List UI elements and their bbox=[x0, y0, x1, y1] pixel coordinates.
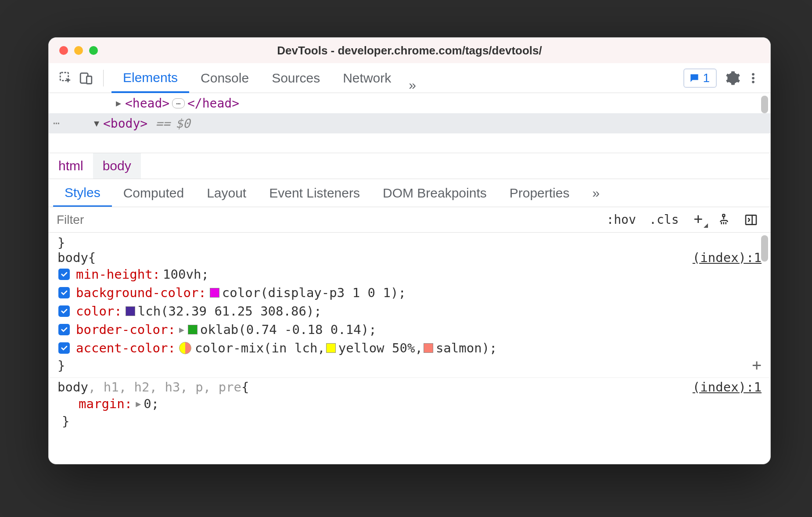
subtab-dom-breakpoints[interactable]: DOM Breakpoints bbox=[371, 179, 498, 207]
tab-sources[interactable]: Sources bbox=[260, 63, 331, 93]
style-rule-body-etc[interactable]: body, h1, h2, h3, p, pre { (index):1 mar… bbox=[49, 378, 770, 433]
dom-eq-label: == bbox=[155, 116, 170, 131]
dom-body-row[interactable]: ⋯ ▼ <body> == $0 bbox=[49, 113, 770, 133]
dom-tree[interactable]: ▶ <head> ⋯ </head> ⋯ ▼ <body> == $0 bbox=[49, 93, 770, 153]
subtab-computed[interactable]: Computed bbox=[112, 179, 195, 207]
color-swatch[interactable] bbox=[210, 288, 219, 298]
tab-network[interactable]: Network bbox=[331, 63, 402, 93]
expand-triangle-icon[interactable]: ▶ bbox=[136, 399, 141, 409]
dom-tag-head-close: </head> bbox=[187, 96, 239, 111]
styles-scrollbar-thumb[interactable] bbox=[761, 235, 768, 262]
svg-point-4 bbox=[752, 77, 755, 79]
toggle-cls-button[interactable]: .cls bbox=[645, 211, 683, 229]
open-brace: { bbox=[241, 380, 249, 395]
close-brace: } bbox=[57, 357, 762, 374]
svg-point-3 bbox=[752, 73, 755, 75]
property-checkbox[interactable] bbox=[58, 324, 70, 335]
device-toolbar-icon[interactable] bbox=[77, 69, 95, 87]
dom-dollar-zero: $0 bbox=[176, 116, 190, 131]
styles-filter-input[interactable] bbox=[54, 210, 598, 230]
rule-selector[interactable]: body bbox=[57, 250, 88, 265]
new-style-rule-button[interactable]: + bbox=[688, 211, 709, 229]
settings-icon[interactable] bbox=[724, 69, 742, 87]
plus-icon: + bbox=[694, 210, 703, 227]
color-swatch[interactable] bbox=[126, 306, 135, 316]
tab-elements[interactable]: Elements bbox=[111, 64, 189, 93]
minimize-window-button[interactable] bbox=[74, 46, 83, 55]
prop-margin[interactable]: margin: ▶ 0; bbox=[57, 395, 762, 413]
color-swatch[interactable] bbox=[188, 325, 198, 334]
inspect-element-icon[interactable] bbox=[57, 69, 75, 87]
prev-rule-close: } bbox=[49, 235, 770, 248]
traffic-lights bbox=[49, 46, 98, 55]
rule-selector-secondary[interactable]: , h1, h2, h3, p, pre bbox=[88, 380, 241, 395]
svg-rect-6 bbox=[722, 214, 725, 216]
dropdown-corner-icon bbox=[704, 223, 708, 228]
svg-point-5 bbox=[752, 80, 755, 83]
prop-background-color[interactable]: background-color: color(display-p3 1 0 1… bbox=[57, 284, 762, 302]
property-checkbox[interactable] bbox=[58, 305, 70, 317]
styles-pane[interactable]: } body { (index):1 min-height: 100vh; ba… bbox=[49, 233, 770, 464]
dom-tag-body-open: <body> bbox=[103, 116, 147, 131]
open-brace: { bbox=[88, 250, 96, 265]
color-mix-swatch-icon[interactable] bbox=[179, 342, 191, 354]
issues-count: 1 bbox=[703, 71, 710, 85]
panel-tabs-overflow[interactable]: » bbox=[402, 78, 422, 93]
close-brace: } bbox=[57, 413, 762, 430]
collapse-triangle-icon[interactable]: ▼ bbox=[93, 118, 101, 129]
color-swatch[interactable] bbox=[424, 343, 433, 353]
svg-rect-7 bbox=[746, 215, 756, 224]
style-rule-body[interactable]: body { (index):1 min-height: 100vh; back… bbox=[49, 248, 770, 378]
breadcrumb-html[interactable]: html bbox=[49, 153, 93, 179]
dom-tag-head-open: <head> bbox=[125, 96, 169, 111]
dom-head-row[interactable]: ▶ <head> ⋯ </head> bbox=[49, 93, 770, 113]
prop-accent-color[interactable]: accent-color: color-mix(in lch, yellow 5… bbox=[57, 339, 762, 357]
color-swatch[interactable] bbox=[326, 343, 336, 353]
prop-min-height[interactable]: min-height: 100vh; bbox=[57, 265, 762, 284]
window-title: DevTools - developer.chrome.com/tags/dev… bbox=[49, 44, 770, 57]
dom-collapsed-ellipsis[interactable]: ⋯ bbox=[172, 98, 185, 108]
dom-row-context-icon[interactable]: ⋯ bbox=[53, 117, 60, 129]
toolbar-separator bbox=[103, 70, 104, 86]
subtab-properties[interactable]: Properties bbox=[498, 179, 581, 207]
dom-scrollbar[interactable] bbox=[760, 93, 769, 153]
expand-triangle-icon[interactable]: ▶ bbox=[179, 324, 184, 335]
styles-subpanel-tabs: Styles Computed Layout Event Listeners D… bbox=[49, 179, 770, 207]
tab-console[interactable]: Console bbox=[189, 63, 260, 93]
window-titlebar: DevTools - developer.chrome.com/tags/dev… bbox=[49, 38, 770, 63]
breadcrumb-body[interactable]: body bbox=[93, 153, 141, 179]
subtab-event-listeners[interactable]: Event Listeners bbox=[258, 179, 371, 207]
toggle-sidebar-icon[interactable] bbox=[740, 211, 762, 229]
brush-icon[interactable] bbox=[713, 212, 735, 228]
close-window-button[interactable] bbox=[59, 46, 68, 55]
rule-source-link[interactable]: (index):1 bbox=[693, 380, 762, 395]
toggle-hov-button[interactable]: :hov bbox=[602, 211, 640, 229]
rule-source-link[interactable]: (index):1 bbox=[693, 250, 762, 265]
panel-tabs: Elements Console Sources Network » bbox=[111, 63, 422, 93]
subtab-styles[interactable]: Styles bbox=[53, 180, 112, 207]
dom-scrollbar-thumb[interactable] bbox=[761, 96, 768, 113]
maximize-window-button[interactable] bbox=[89, 46, 98, 55]
expand-triangle-icon[interactable]: ▶ bbox=[115, 98, 122, 108]
property-checkbox[interactable] bbox=[58, 287, 70, 298]
property-checkbox[interactable] bbox=[58, 342, 70, 354]
dom-breadcrumbs: html body bbox=[49, 153, 770, 179]
subtab-layout[interactable]: Layout bbox=[195, 179, 258, 207]
subtab-overflow[interactable]: » bbox=[581, 179, 611, 207]
issues-button[interactable]: 1 bbox=[683, 68, 717, 88]
styles-toolbar: :hov .cls + bbox=[49, 207, 770, 233]
rule-selector-primary[interactable]: body bbox=[57, 380, 88, 395]
more-options-icon[interactable] bbox=[744, 69, 762, 87]
styles-scrollbar[interactable] bbox=[760, 233, 769, 464]
prop-color[interactable]: color: lch(32.39 61.25 308.86); bbox=[57, 302, 762, 320]
prop-border-color[interactable]: border-color: ▶ oklab(0.74 -0.18 0.14); bbox=[57, 320, 762, 339]
main-toolbar: Elements Console Sources Network » 1 bbox=[49, 63, 770, 93]
svg-rect-2 bbox=[86, 76, 91, 83]
devtools-window: DevTools - developer.chrome.com/tags/dev… bbox=[48, 37, 771, 464]
property-checkbox[interactable] bbox=[58, 269, 70, 280]
